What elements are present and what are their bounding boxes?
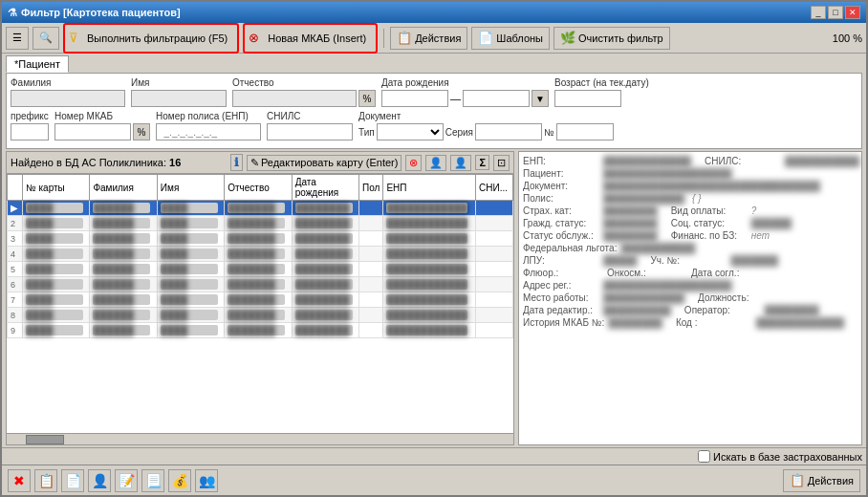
- title-bar-left: ⚗ Фильтр [Картотека пациентов]: [8, 7, 181, 19]
- close-button[interactable]: ✕: [845, 6, 860, 19]
- row-num: 3: [8, 231, 23, 247]
- doc-type-select[interactable]: [377, 123, 444, 140]
- doc-label: Документ: [358, 111, 614, 121]
- sum-btn[interactable]: Σ: [475, 155, 489, 170]
- card-num-percent-btn[interactable]: %: [133, 123, 150, 140]
- doc-series-input[interactable]: [475, 123, 542, 140]
- templates-button[interactable]: 📄 Шаблоны: [471, 27, 550, 50]
- table-row[interactable]: 9 ████ ██████ ████ ███████ ████████ ████…: [8, 323, 513, 338]
- minimize-button[interactable]: _: [811, 6, 826, 19]
- code-value: █████████████: [756, 317, 844, 328]
- table-row[interactable]: 6 ████ ██████ ████ ███████ ████████ ████…: [8, 277, 513, 292]
- prefix-input[interactable]: [11, 123, 49, 140]
- zoom-label: 100 %: [833, 32, 862, 44]
- table-row[interactable]: 4 ████ ██████ ████ ███████ ████████ ████…: [8, 247, 513, 262]
- edit-date-label: Дата редактир.:: [523, 305, 599, 315]
- card-num-input[interactable]: [54, 123, 131, 140]
- table-row[interactable]: 5 ████ ██████ ████ ███████ ████████ ████…: [8, 262, 513, 277]
- fed-benefit-row: Федеральная льгота: ███████████: [523, 243, 857, 253]
- history-label: История МКАБ №:: [523, 317, 604, 328]
- table-row[interactable]: 8 ████ ██████ ████ ███████ ████████ ████…: [8, 308, 513, 323]
- footer-settings-icon: 📝: [119, 473, 135, 488]
- table-row[interactable]: 7 ████ ██████ ████ ███████ ████████ ████…: [8, 292, 513, 308]
- policy-num-input[interactable]: [156, 123, 261, 140]
- age-label: Возраст (на тек.дату): [554, 77, 649, 88]
- photo-btn[interactable]: 👤: [425, 155, 446, 171]
- search-icon-btn[interactable]: 🔍: [33, 27, 59, 50]
- camera-btn[interactable]: ⊡: [493, 155, 510, 171]
- birthdate-dropdown-btn[interactable]: ▼: [532, 90, 549, 107]
- snils-value: ███████████: [785, 156, 859, 166]
- snils-label: СНИЛС: [267, 111, 353, 121]
- footer-left: ✖ 📋 📄 👤 📝 📃 💰 👥: [8, 469, 218, 492]
- code-label: Код :: [676, 317, 752, 328]
- birthdate-to-input[interactable]: [463, 90, 530, 107]
- birthdate-dash: —: [450, 93, 461, 104]
- ins-cat-row: Страх. кат: ████████ Вид оплаты: ?: [523, 205, 857, 216]
- scrollbar-thumb[interactable]: [26, 435, 64, 444]
- social-status-value: ██████: [751, 218, 792, 228]
- footer-copy-btn[interactable]: 📄: [61, 469, 84, 492]
- list-icon: ☰: [12, 32, 22, 44]
- prefix-label: префикс: [11, 111, 49, 121]
- footer-actions-button[interactable]: 📋 Действия: [783, 469, 860, 492]
- reg-address-label: Адрес рег.:: [523, 280, 599, 291]
- found-bar-right: ℹ ✎ Редактировать карту (Enter) ⊗ 👤 👤: [230, 154, 510, 171]
- fed-benefit-value: ███████████: [620, 243, 695, 253]
- footer-user-btn[interactable]: 👤: [88, 469, 111, 492]
- patronymic-label: Отчество: [232, 77, 376, 88]
- footer-settings-btn[interactable]: 📝: [115, 469, 138, 492]
- doc-group: Документ Тип Серия №: [358, 111, 614, 140]
- filter-button[interactable]: Выполнить фильтрацию (F5): [81, 27, 233, 50]
- actions-button[interactable]: 📋 Действия: [390, 27, 467, 50]
- patronymic-input[interactable]: [232, 90, 357, 107]
- footer-delete-btn[interactable]: ✖: [8, 469, 31, 492]
- civil-status-value: ████████: [603, 218, 658, 228]
- service-status-label: Статус обслуж.:: [523, 230, 599, 241]
- col-snils: СНИ...: [476, 175, 513, 201]
- row-num: 9: [8, 323, 23, 338]
- footer-list-btn[interactable]: 📃: [141, 469, 164, 492]
- footer-people-icon: 👥: [199, 473, 215, 488]
- cell-name: ████: [157, 216, 224, 231]
- row-num: 6: [8, 277, 23, 292]
- templates-icon: 📄: [478, 31, 493, 45]
- workplace-label: Место работы:: [523, 292, 599, 303]
- cell-birthdate: ████████: [292, 201, 358, 216]
- footer-money-icon: 💰: [172, 473, 188, 488]
- info-btn[interactable]: ℹ: [230, 154, 243, 171]
- toolbar-icon-list[interactable]: ☰: [6, 27, 29, 50]
- birthdate-label: Дата рождения: [381, 77, 549, 88]
- stop-icon: ⊗: [409, 157, 418, 168]
- pay-type-label: Вид оплаты:: [671, 205, 748, 216]
- name-group: Имя: [131, 77, 227, 107]
- footer-money-btn[interactable]: 💰: [168, 469, 191, 492]
- actions-icon: 📋: [397, 31, 412, 45]
- birthdate-from-input[interactable]: [381, 90, 448, 107]
- footer-people-btn[interactable]: 👥: [195, 469, 218, 492]
- insured-checkbox[interactable]: [698, 450, 710, 463]
- footer-edit-btn[interactable]: 📋: [34, 469, 57, 492]
- edit-card-button[interactable]: ✎ Редактировать карту (Enter): [247, 155, 401, 171]
- footer-toolbar: ✖ 📋 📄 👤 📝 📃 💰 👥: [2, 465, 866, 495]
- stop-btn[interactable]: ⊗: [405, 155, 422, 171]
- new-button[interactable]: Новая МКАБ (Insert): [262, 27, 372, 50]
- patronymic-percent-btn[interactable]: %: [358, 90, 376, 107]
- edit-icon: ✎: [250, 157, 259, 169]
- snils-input[interactable]: [267, 123, 353, 140]
- doc-num-input[interactable]: [556, 123, 614, 140]
- table-row[interactable]: 2 ████ ██████ ████ ███████ ████████ ████…: [8, 216, 513, 231]
- name-input[interactable]: [131, 90, 227, 107]
- series-label: Серия: [445, 127, 473, 138]
- horizontal-scrollbar[interactable]: [7, 433, 513, 444]
- row-num: 2: [8, 216, 23, 231]
- tab-patient[interactable]: *Пациент: [6, 55, 69, 73]
- table-row[interactable]: 3 ████ ██████ ████ ███████ ████████ ████…: [8, 231, 513, 247]
- age-input[interactable]: [554, 90, 621, 107]
- clear-filter-button[interactable]: 🌿 Очистить фильтр: [553, 27, 670, 50]
- more-btn[interactable]: 👤: [450, 155, 471, 171]
- maximize-button[interactable]: □: [828, 6, 843, 19]
- filter-btn-group: ⊽ Выполнить фильтрацию (F5): [63, 23, 239, 54]
- table-row[interactable]: ▶ ████ ██████ ████ ███████ ████████ ████…: [8, 201, 513, 216]
- surname-input[interactable]: [11, 90, 125, 107]
